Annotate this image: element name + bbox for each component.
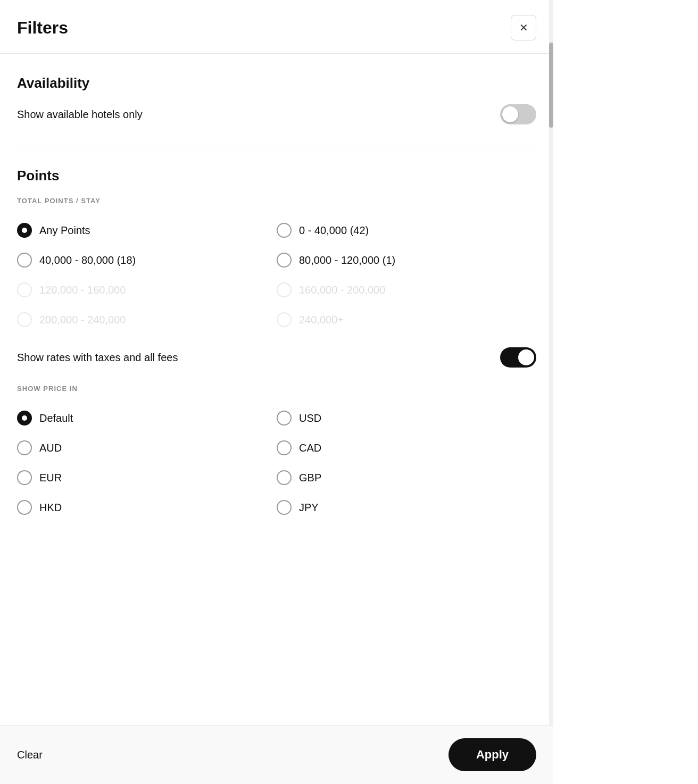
radio-label-0-40k: 0 - 40,000 (42) <box>299 224 369 237</box>
apply-button[interactable]: Apply <box>448 738 536 771</box>
toggle-knob-availability <box>502 106 518 122</box>
radio-circle-40k-80k <box>17 253 32 268</box>
radio-label-cad: CAD <box>299 442 321 454</box>
radio-label-200k-240k: 200,000 - 240,000 <box>39 314 126 326</box>
radio-circle-240k-plus <box>277 312 292 327</box>
currency-radio-grid: Default USD AUD CAD EUR <box>17 403 536 522</box>
radio-circle-120k-160k <box>17 282 32 297</box>
radio-120k-160k: 120,000 - 160,000 <box>17 275 277 305</box>
scrollbar-thumb[interactable] <box>549 43 553 128</box>
radio-label-eur: EUR <box>39 472 62 484</box>
points-radio-grid: Any Points 0 - 40,000 (42) 40,000 - 80,0… <box>17 215 536 335</box>
close-icon: ✕ <box>519 21 528 34</box>
radio-label-hkd: HKD <box>39 502 62 514</box>
radio-label-40k-80k: 40,000 - 80,000 (18) <box>39 254 136 266</box>
radio-240k-plus: 240,000+ <box>277 305 536 335</box>
radio-label-160k-200k: 160,000 - 200,000 <box>299 284 385 296</box>
toggle-knob-taxes <box>518 349 534 365</box>
radio-circle-cad <box>277 440 292 455</box>
taxes-label: Show rates with taxes and all fees <box>17 352 178 364</box>
clear-button[interactable]: Clear <box>17 749 43 761</box>
radio-label-aud: AUD <box>39 442 62 454</box>
filter-panel: Filters ✕ Availability Show available ho… <box>0 0 553 784</box>
radio-circle-any <box>17 223 32 238</box>
radio-0-40k[interactable]: 0 - 40,000 (42) <box>277 215 536 245</box>
availability-title: Availability <box>17 75 536 91</box>
radio-80k-120k[interactable]: 80,000 - 120,000 (1) <box>277 245 536 275</box>
radio-default[interactable]: Default <box>17 403 277 433</box>
availability-label: Show available hotels only <box>17 109 143 121</box>
radio-hkd[interactable]: HKD <box>17 493 277 522</box>
radio-label-default: Default <box>39 412 73 424</box>
radio-circle-jpy <box>277 500 292 515</box>
radio-circle-default <box>17 411 32 426</box>
radio-circle-160k-200k <box>277 282 292 297</box>
filter-header: Filters ✕ <box>0 0 553 54</box>
section-divider-1 <box>17 146 536 146</box>
radio-label-gbp: GBP <box>299 472 321 484</box>
radio-40k-80k[interactable]: 40,000 - 80,000 (18) <box>17 245 277 275</box>
radio-circle-80k-120k <box>277 253 292 268</box>
scrollbar-track[interactable] <box>549 0 553 784</box>
points-title: Points <box>17 168 536 184</box>
radio-circle-aud <box>17 440 32 455</box>
availability-section: Availability Show available hotels only <box>17 75 536 124</box>
radio-aud[interactable]: AUD <box>17 433 277 463</box>
radio-circle-200k-240k <box>17 312 32 327</box>
radio-usd[interactable]: USD <box>277 403 536 433</box>
radio-label-120k-160k: 120,000 - 160,000 <box>39 284 126 296</box>
radio-jpy[interactable]: JPY <box>277 493 536 522</box>
radio-160k-200k: 160,000 - 200,000 <box>277 275 536 305</box>
radio-circle-hkd <box>17 500 32 515</box>
radio-label-any: Any Points <box>39 224 90 237</box>
radio-cad[interactable]: CAD <box>277 433 536 463</box>
points-section: Points TOTAL POINTS / STAY Any Points 0 … <box>17 168 536 522</box>
radio-circle-eur <box>17 470 32 485</box>
taxes-toggle-row: Show rates with taxes and all fees <box>17 347 536 368</box>
points-sublabel: TOTAL POINTS / STAY <box>17 197 536 205</box>
radio-any-points[interactable]: Any Points <box>17 215 277 245</box>
radio-gbp[interactable]: GBP <box>277 463 536 493</box>
radio-circle-usd <box>277 411 292 426</box>
availability-toggle[interactable] <box>500 104 536 124</box>
radio-200k-240k: 200,000 - 240,000 <box>17 305 277 335</box>
toggle-slider-availability <box>500 104 536 124</box>
radio-label-240k-plus: 240,000+ <box>299 314 344 326</box>
radio-label-usd: USD <box>299 412 321 424</box>
radio-eur[interactable]: EUR <box>17 463 277 493</box>
filter-content: Availability Show available hotels only … <box>0 54 553 725</box>
price-sublabel: SHOW PRICE IN <box>17 385 536 393</box>
radio-circle-0-40k <box>277 223 292 238</box>
filter-footer: Clear Apply <box>0 725 553 784</box>
radio-label-jpy: JPY <box>299 502 319 514</box>
filter-title: Filters <box>17 18 68 38</box>
radio-label-80k-120k: 80,000 - 120,000 (1) <box>299 254 395 266</box>
availability-toggle-row: Show available hotels only <box>17 104 536 124</box>
close-button[interactable]: ✕ <box>511 15 536 40</box>
toggle-slider-taxes <box>500 347 536 368</box>
radio-circle-gbp <box>277 470 292 485</box>
taxes-toggle[interactable] <box>500 347 536 368</box>
